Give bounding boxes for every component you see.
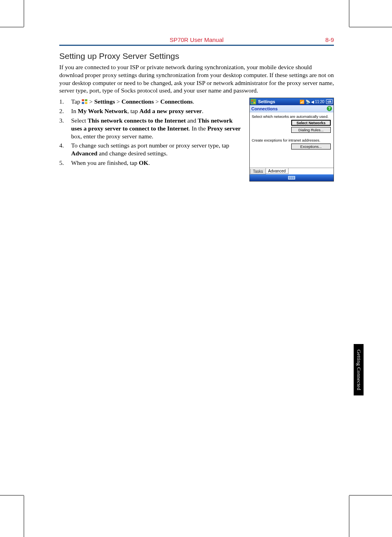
- text: Tap: [71, 98, 82, 105]
- step-2: In My Work Network, tap Add a new proxy …: [59, 107, 243, 115]
- device-screenshot: Settings 📶 📡 ◀ 11:20 ok Connections ? Se…: [249, 98, 334, 182]
- text: >: [115, 98, 122, 105]
- text: When you are finished, tap: [71, 159, 139, 166]
- step-1: Tap > Settings > Connections > Connectio…: [59, 98, 243, 106]
- crop-mark: [349, 0, 349, 27]
- crop-mark: [24, 495, 24, 537]
- windows-start-icon: [82, 99, 88, 104]
- text: . In the: [188, 125, 207, 132]
- steps-list: Tap > Settings > Connections > Connectio…: [59, 98, 243, 167]
- manual-title: SP70R User Manual: [170, 36, 224, 43]
- step-3: Select This network connects to the Inte…: [59, 117, 243, 140]
- titlebar-title: Settings: [258, 99, 275, 104]
- text: .: [202, 108, 204, 114]
- crop-mark: [24, 0, 24, 27]
- section-title: Setting up Proxy Server Settings: [59, 51, 334, 61]
- bold: OK: [139, 159, 148, 166]
- section-intro: If you are connected to your ISP or priv…: [59, 63, 334, 95]
- crop-mark: [349, 495, 349, 537]
- text: .: [193, 98, 194, 105]
- text: box, enter the proxy server name.: [71, 133, 153, 140]
- windows-start-icon: [251, 100, 255, 104]
- text: >: [154, 98, 160, 105]
- body-text: Select which networks are automatically …: [252, 114, 332, 119]
- crop-mark: [349, 495, 392, 495]
- device-titlebar: Settings 📶 📡 ◀ 11:20 ok: [250, 98, 334, 105]
- ok-button[interactable]: ok: [326, 99, 333, 104]
- help-icon[interactable]: ?: [327, 106, 332, 111]
- bold: Add a new proxy server: [139, 108, 202, 114]
- step-5: When you are finished, tap OK.: [59, 159, 243, 167]
- crop-mark: [0, 27, 24, 27]
- bold: Advanced: [71, 150, 97, 157]
- text: In: [71, 108, 78, 114]
- body-text: Create exceptions for intranet addresses…: [252, 138, 332, 142]
- tab-tasks[interactable]: Tasks: [250, 169, 266, 174]
- select-networks-button[interactable]: Select Networks: [291, 120, 331, 126]
- bold: Proxy server: [207, 125, 241, 132]
- text: >: [88, 98, 94, 105]
- text: Select: [71, 117, 88, 124]
- device-body: Select which networks are automatically …: [250, 112, 334, 168]
- bold: Settings: [94, 98, 115, 105]
- page: SP70R User Manual 8-9 Setting up Proxy S…: [0, 0, 392, 537]
- clock: 11:20: [315, 100, 324, 104]
- connections-link[interactable]: Connections: [251, 106, 278, 111]
- screenshot-column: Settings 📶 📡 ◀ 11:20 ok Connections ? Se…: [249, 98, 334, 182]
- bold: My Work Network: [78, 108, 127, 114]
- text: and change desired settings.: [97, 150, 168, 157]
- content-area: SP70R User Manual 8-9 Setting up Proxy S…: [59, 36, 334, 182]
- crop-mark: [0, 495, 24, 495]
- text: .: [148, 159, 150, 166]
- page-header: SP70R User Manual 8-9: [59, 36, 334, 46]
- crop-mark: [349, 27, 392, 27]
- step-4: To change such settings as port number o…: [59, 142, 243, 157]
- bold: Connections: [121, 98, 154, 105]
- tab-advanced[interactable]: Advanced: [266, 168, 288, 174]
- bold: This network connects to the Internet: [88, 117, 186, 124]
- page-number: 8-9: [325, 36, 334, 43]
- status-icons: 📶 📡 ◀ 11:20: [300, 100, 324, 104]
- text: and: [186, 117, 198, 124]
- device-tabs: Tasks Advanced: [250, 168, 334, 174]
- dialing-rules-button[interactable]: Dialing Rules...: [291, 127, 331, 133]
- two-column-layout: Tap > Settings > Connections > Connectio…: [59, 98, 334, 182]
- text: To change such settings as port number o…: [71, 142, 229, 149]
- keyboard-icon[interactable]: [288, 176, 295, 180]
- bold: Connections: [160, 98, 193, 105]
- steps-column: Tap > Settings > Connections > Connectio…: [59, 98, 243, 168]
- device-subbar: Connections ?: [250, 105, 334, 112]
- device-bottombar: [250, 174, 334, 181]
- chapter-side-tab: Getting Connected: [354, 344, 364, 395]
- start-button[interactable]: [251, 99, 256, 104]
- text: , tap: [127, 108, 139, 114]
- exceptions-button[interactable]: Exceptions...: [291, 144, 331, 149]
